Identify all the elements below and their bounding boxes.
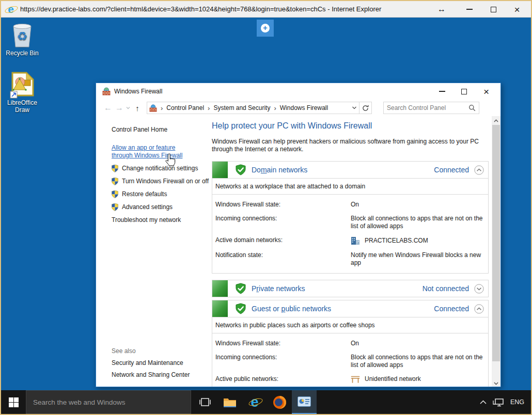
- scrollbar-thumb[interactable]: [492, 125, 500, 361]
- crumb-separator: ›: [161, 104, 163, 112]
- desktop-icon-label: LibreOffice Draw: [1, 99, 43, 114]
- breadcrumb-system-and-security[interactable]: System and Security: [213, 104, 270, 111]
- detail-value: On: [351, 201, 485, 209]
- maximize-icon: [491, 7, 496, 12]
- start-button[interactable]: [1, 390, 26, 414]
- firefox-button[interactable]: [267, 390, 292, 414]
- browser-title: https://dev.practice-labs.com/?client=ht…: [20, 5, 381, 13]
- task-view-icon: [198, 397, 212, 407]
- resize-icon[interactable]: ↔: [435, 1, 448, 18]
- add-button[interactable]: +: [257, 20, 274, 37]
- window-maximize-button[interactable]: [453, 84, 475, 99]
- internet-explorer-button[interactable]: e: [242, 390, 267, 414]
- browser-close-button[interactable]: ×: [505, 1, 529, 18]
- taskbar: Search the web and Windows e: [1, 390, 531, 414]
- up-button[interactable]: ↑: [131, 104, 144, 113]
- sidebar-item-label: Restore defaults: [122, 190, 167, 198]
- section-header[interactable]: Domain networks Connected: [212, 162, 488, 178]
- search-input[interactable]: [387, 104, 468, 111]
- detail-label: Windows Firewall state:: [215, 340, 351, 347]
- taskbar-apps: e: [193, 390, 317, 414]
- sidebar-item-restore-defaults[interactable]: Restore defaults: [122, 190, 220, 198]
- detail-row: Windows Firewall state: On: [215, 201, 485, 209]
- task-view-button[interactable]: [193, 390, 217, 414]
- window-minimize-button[interactable]: [431, 84, 453, 99]
- scroll-up-icon[interactable]: [492, 116, 500, 125]
- section-subtitle: Networks at a workplace that are attache…: [212, 178, 488, 194]
- sidebar-item-label: Advanced settings: [122, 203, 173, 211]
- browser-maximize-button[interactable]: [481, 1, 505, 18]
- breadcrumb-dropdown-icon[interactable]: [352, 106, 357, 109]
- window-titlebar[interactable]: Windows Firewall ×: [96, 83, 500, 100]
- section-title: Private networks: [252, 284, 305, 293]
- minimize-icon: [439, 91, 445, 92]
- firewall-icon: [102, 87, 111, 95]
- control-panel-search[interactable]: [383, 102, 479, 114]
- collapse-chevron-icon[interactable]: [474, 165, 484, 175]
- sidebar-item-troubleshoot-network[interactable]: Troubleshoot my network: [112, 216, 210, 224]
- uac-shield-icon: [112, 203, 118, 211]
- detail-value: PRACTICELABS.COM: [365, 237, 428, 245]
- file-explorer-icon: [223, 397, 237, 408]
- section-subtitle: Networks in public places such as airpor…: [212, 317, 488, 333]
- control-panel-icon: [298, 396, 311, 407]
- uac-shield-icon: [112, 165, 118, 172]
- file-explorer-button[interactable]: [217, 390, 242, 414]
- public-network-bench-icon: [351, 375, 360, 383]
- detail-row: Active domain networks: PRACTICELABS.COM: [215, 236, 485, 245]
- sidebar-item-advanced-settings[interactable]: Advanced settings: [122, 203, 220, 211]
- crumb-separator: ›: [274, 104, 276, 112]
- browser-minimize-button[interactable]: [458, 1, 481, 18]
- sidebar-link-allow-app[interactable]: Allow an app or feature through Windows …: [112, 144, 190, 159]
- minimize-icon: [466, 9, 473, 10]
- svg-text:♻: ♻: [17, 29, 28, 43]
- breadcrumb-windows-firewall[interactable]: Windows Firewall: [280, 104, 328, 111]
- internet-explorer-icon: e: [251, 395, 258, 409]
- network-status-icon[interactable]: [492, 397, 505, 407]
- section-guest-public-networks: Guest or public networks Connected Netwo…: [212, 300, 489, 387]
- detail-value: Block all connections to apps that are n…: [351, 354, 485, 369]
- taskbar-search[interactable]: Search the web and Windows: [26, 390, 191, 414]
- control-panel-button-active[interactable]: [292, 390, 317, 414]
- vertical-scrollbar[interactable]: [492, 116, 500, 387]
- firewall-icon: [149, 104, 157, 112]
- language-indicator[interactable]: ENG: [510, 398, 524, 406]
- uac-shield-icon: [112, 190, 118, 198]
- scroll-down-icon[interactable]: [492, 379, 500, 387]
- sidebar-item-security-and-maintenance[interactable]: Security and Maintenance: [112, 359, 190, 366]
- window-title: Windows Firewall: [114, 88, 162, 95]
- sidebar-item-label: Turn Windows Firewall on or off: [122, 178, 209, 185]
- sidebar-item-change-notification-settings[interactable]: Change notification settings: [122, 165, 220, 172]
- section-domain-networks: Domain networks Connected Networks at a …: [212, 161, 489, 274]
- plus-icon: +: [261, 24, 270, 33]
- detail-row: Incoming connections: Block all connecti…: [215, 354, 485, 369]
- breadcrumb-control-panel[interactable]: Control Panel: [166, 104, 204, 111]
- sidebar-item-control-panel-home[interactable]: Control Panel Home: [112, 126, 212, 133]
- section-header[interactable]: Private networks Not connected: [212, 280, 488, 297]
- firefox-icon: [273, 395, 287, 409]
- desktop-icon-libreoffice-draw[interactable]: LibreOffice Draw: [1, 71, 43, 114]
- desktop-icon-label: Recycle Bin: [6, 50, 38, 57]
- recent-pages-dropdown-icon[interactable]: [126, 106, 130, 109]
- internet-explorer-icon: e: [6, 4, 16, 14]
- collapse-chevron-icon[interactable]: [474, 304, 484, 314]
- search-icon[interactable]: [468, 104, 476, 111]
- sidebar-item-network-sharing-center[interactable]: Network and Sharing Center: [112, 371, 190, 378]
- intro-text: Windows Firewall can help prevent hacker…: [212, 138, 489, 153]
- section-header[interactable]: Guest or public networks Connected: [212, 300, 488, 317]
- back-button[interactable]: ←: [102, 103, 114, 113]
- section-title: Guest or public networks: [252, 305, 331, 313]
- forward-button[interactable]: →: [114, 103, 125, 113]
- green-shield-check-icon: [235, 303, 246, 314]
- refresh-button[interactable]: [359, 102, 372, 114]
- section-details: Windows Firewall state: On Incoming conn…: [212, 333, 488, 387]
- taskbar-search-placeholder: Search the web and Windows: [33, 398, 126, 406]
- status-badge: Connected: [434, 166, 469, 174]
- see-also-group: See also Security and Maintenance Networ…: [112, 347, 190, 383]
- window-close-button[interactable]: ×: [475, 84, 497, 99]
- desktop-icon-recycle-bin[interactable]: ♻ Recycle Bin: [1, 21, 43, 57]
- sidebar-item-turn-firewall-on-off[interactable]: Turn Windows Firewall on or off: [122, 178, 220, 185]
- expand-chevron-icon[interactable]: [474, 284, 484, 294]
- green-shield-check-icon: [235, 164, 246, 175]
- tray-expand-chevron-icon[interactable]: [480, 400, 487, 404]
